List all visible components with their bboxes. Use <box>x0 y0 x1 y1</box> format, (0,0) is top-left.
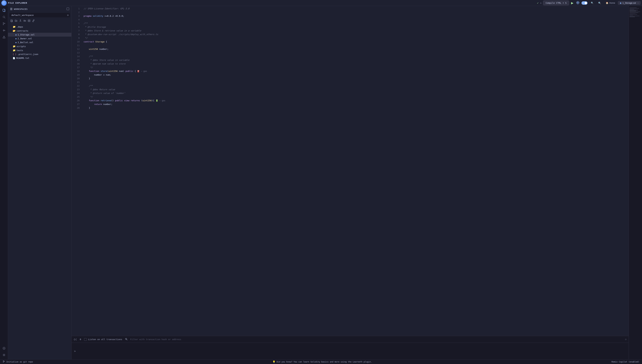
zoom-out-icon: 🔍 <box>598 2 601 4</box>
list-item[interactable]: 📄 README.txt <box>8 56 71 60</box>
list-item[interactable]: 📂 contracts <box>8 29 71 33</box>
tab-zoom-out[interactable]: 🔍 <box>596 1 603 5</box>
svg-rect-7 <box>3 9 5 11</box>
main-layout: ☰ WORKSPACES default_workspace ⊕ <box>0 6 642 359</box>
code-line: 17 */ <box>72 66 629 70</box>
list-item[interactable]: { } .prettierrc.json <box>8 52 71 56</box>
file-tab-label: 1_Storage.sol <box>622 2 636 4</box>
filter-search-button[interactable] <box>124 337 128 342</box>
play-button[interactable]: ▶ <box>570 1 574 5</box>
file-tree: 📁 .deps 📂 contracts ◉ 1_Storage.sol ◉ 2_… <box>8 24 71 359</box>
workspace-header-label: WORKSPACES <box>14 8 28 10</box>
upload-file-icon[interactable] <box>19 19 22 23</box>
rail-compile-icon[interactable] <box>1 28 7 34</box>
json-icon: { } <box>13 53 17 56</box>
workspace-settings-icon[interactable] <box>66 7 69 11</box>
code-line: 1 // SPDX-License-Identifier: GPL-3.0 <box>72 7 629 11</box>
code-line: 3 pragma solidity >=0.8.2 <0.9.0; <box>72 15 629 18</box>
minimap-content <box>629 6 642 19</box>
folder-icon: 📁 <box>13 45 16 48</box>
rail-search-icon[interactable] <box>1 14 7 20</box>
upload-folder-icon[interactable] <box>23 19 27 23</box>
status-left-text[interactable]: Initialize as git repo <box>6 361 33 363</box>
minimap <box>629 6 642 359</box>
minimap-line <box>629 13 635 14</box>
sol-icon: ◉ <box>16 38 17 40</box>
list-item[interactable]: ◉ 3_Ballot.sol <box>8 40 71 44</box>
filter-end-icon[interactable]: ⊘ <box>625 338 626 341</box>
listen-checkbox[interactable] <box>84 338 87 341</box>
minimap-line <box>629 7 637 8</box>
new-folder-icon[interactable] <box>14 19 18 23</box>
terminal-area: > <box>72 342 629 359</box>
code-line: 12 uint256 number; <box>72 48 629 52</box>
rail-plugin-icon[interactable] <box>1 345 7 351</box>
link-icon[interactable] <box>32 19 35 23</box>
list-item[interactable]: 📁 .deps <box>8 25 71 29</box>
status-bar: Initialize as git repo 💡 Did you know? Y… <box>0 359 642 364</box>
tab-file[interactable]: ◉ 1_Storage.sol × <box>618 1 641 5</box>
editor-area: 1 // SPDX-License-Identifier: GPL-3.0 2 … <box>72 6 629 359</box>
home-icon: 🏠 <box>606 2 608 4</box>
list-item[interactable]: 📁 scripts <box>8 44 71 48</box>
code-line: 23 * @dev Return value <box>72 88 629 92</box>
code-line: 4 <box>72 18 629 22</box>
tab-search[interactable]: 🔍 <box>589 1 595 5</box>
git-icon <box>3 360 5 363</box>
code-line: 9 */ <box>72 37 629 40</box>
listen-label: Listen on all transactions <box>88 338 122 340</box>
svg-point-23 <box>29 20 30 21</box>
search-icon: 🔍 <box>591 2 593 4</box>
code-line: 24 * @return value of 'number' <box>72 92 629 96</box>
chevron-down-icon[interactable]: ❮❮ <box>74 338 77 341</box>
code-line: 20 } <box>72 77 629 81</box>
tx-filter-input[interactable] <box>130 338 623 340</box>
svg-rect-22 <box>28 20 30 22</box>
svg-rect-13 <box>3 38 5 38</box>
minimap-line <box>629 15 633 16</box>
compile-label: Compile CTRL + S <box>545 2 566 4</box>
minimap-line <box>629 12 640 12</box>
code-line: 10 contract Storage { <box>72 40 629 44</box>
compile-tooltip: Compile CTRL + S <box>543 0 569 5</box>
code-line: 5 /** <box>72 22 629 26</box>
debug-button[interactable] <box>575 0 580 6</box>
code-editor[interactable]: 1 // SPDX-License-Identifier: GPL-3.0 2 … <box>72 6 629 336</box>
code-line: 2 <box>72 11 629 15</box>
listen-checkbox-container: Listen on all transactions <box>84 338 122 341</box>
publish-icon[interactable] <box>28 19 31 23</box>
minimap-line <box>629 10 638 10</box>
workspace-selector[interactable]: default_workspace ⊕ <box>9 13 70 18</box>
tab-close-icon[interactable]: × <box>638 2 639 4</box>
code-line: 15 * @dev Store value in variable <box>72 59 629 62</box>
workspace-name: default_workspace <box>11 14 34 16</box>
minimap-line <box>629 16 635 17</box>
hamburger-icon[interactable]: ☰ <box>10 8 13 11</box>
svg-rect-16 <box>67 8 69 10</box>
svg-line-25 <box>127 340 127 340</box>
icon-rail <box>0 6 8 359</box>
code-line: 21 <box>72 81 629 84</box>
editor-bottom-bar: ❮❮ 0 Listen on all transactions ⊘ <box>72 336 629 342</box>
tree-item-label: scripts <box>17 45 26 48</box>
list-item[interactable]: ◉ 2_Owner.sol <box>8 36 71 40</box>
minimap-line <box>629 14 637 14</box>
list-item[interactable]: ◉ 1_Storage.sol <box>8 33 71 36</box>
code-line: 6 * @title Storage <box>72 26 629 30</box>
toggle-switch[interactable] <box>581 1 587 5</box>
top-bar: FILE EXPLORER ✓ › Compile CTRL + S ▶ 🔍 🔍… <box>0 0 642 6</box>
list-item[interactable]: 📁 tests <box>8 48 71 52</box>
tab-home[interactable]: 🏠 Home <box>604 1 617 5</box>
code-line: 26 function retrieve() public view retur… <box>72 99 629 103</box>
rail-settings-icon[interactable] <box>1 352 7 358</box>
rail-deploy-icon[interactable] <box>1 34 7 40</box>
code-line: 22 /** <box>72 84 629 88</box>
code-line: 19 number = num; <box>72 74 629 77</box>
new-file-icon[interactable] <box>10 19 13 23</box>
tree-item-label: tests <box>17 49 23 52</box>
rail-files-icon[interactable] <box>1 7 7 13</box>
status-center: 💡 Did you know? You can learn Solidity b… <box>273 360 372 363</box>
explorer-toolbar <box>8 18 71 24</box>
rail-git-icon[interactable] <box>1 21 7 27</box>
tree-item-label: contracts <box>17 30 28 32</box>
